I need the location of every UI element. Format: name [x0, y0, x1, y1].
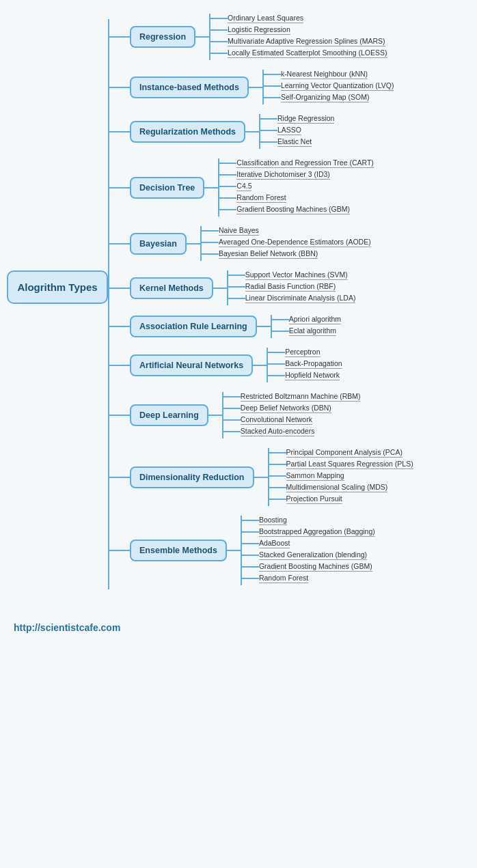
list-item: Radial Basis Function (RBF)	[228, 282, 356, 292]
item-label: Random Forest	[236, 193, 286, 203]
items-col-ensemble: BoostingBootstrapped Aggregation (Baggin…	[242, 516, 375, 585]
category-box-deep-learning: Deep Learning	[130, 404, 208, 426]
item-label: Ordinary Least Squares	[228, 14, 303, 23]
item-connector-line	[268, 375, 285, 376]
items-vline-kernel: Support Vector Machines (SVM)Radial Basi…	[227, 270, 356, 305]
hline-right-regression	[195, 36, 209, 38]
item-label: Gradient Boosting Machines (GBM)	[259, 562, 372, 572]
item-connector-line	[210, 53, 228, 54]
item-label: Multivariate Adaptive Regression Splines…	[228, 37, 385, 46]
list-item: Multidimensional Scaling (MDS)	[269, 483, 413, 492]
item-connector-line	[269, 464, 286, 465]
item-connector-line	[260, 118, 277, 120]
hline-left-ensemble	[109, 550, 130, 551]
hline-right-association	[257, 326, 271, 327]
section-kernel: Kernel MethodsSupport Vector Machines (S…	[109, 270, 474, 305]
sections-container: RegressionOrdinary Least SquaresLogistic…	[109, 14, 474, 595]
item-connector-line	[219, 186, 236, 187]
item-connector-line	[269, 499, 286, 500]
section-ann: Artificial Neural NetworksPerceptronBack…	[109, 348, 474, 382]
item-label: Self-Organizing Map (SOM)	[281, 93, 370, 102]
category-box-ann: Artificial Neural Networks	[130, 354, 253, 376]
list-item: Multivariate Adaptive Regression Splines…	[210, 37, 387, 46]
list-item: Projection Pursuit	[269, 494, 413, 504]
item-label: Support Vector Machines (SVM)	[245, 270, 348, 280]
item-connector-line	[219, 174, 236, 176]
item-label: Random Forest	[259, 574, 308, 583]
list-item: Back-Propagation	[268, 359, 342, 369]
hline-right-kernel	[213, 288, 227, 289]
item-label: Hopfield Network	[285, 371, 340, 380]
items-vline-ann: PerceptronBack-PropagationHopfield Netwo…	[267, 348, 342, 382]
item-connector-line	[269, 475, 286, 477]
list-item: Support Vector Machines (SVM)	[228, 270, 356, 280]
item-connector-line	[268, 352, 285, 353]
hline-left-instance-based	[109, 87, 130, 88]
item-connector-line	[242, 520, 259, 521]
item-label: Stacked Auto-encoders	[241, 427, 315, 436]
items-col-kernel: Support Vector Machines (SVM)Radial Basi…	[228, 270, 356, 305]
hline-left-ann	[109, 365, 130, 366]
items-col-deep-learning: Restricted Boltzmann Machine (RBM)Deep B…	[223, 392, 361, 438]
item-label: k-Nearest Neighbour (kNN)	[281, 70, 368, 79]
items-vline-instance-based: k-Nearest Neighbour (kNN)Learning Vector…	[262, 70, 394, 104]
category-box-ensemble: Ensemble Methods	[130, 540, 227, 561]
list-item: Random Forest	[219, 193, 374, 203]
list-item: Elastic Net	[260, 137, 334, 147]
hline-right-dimensionality	[254, 477, 268, 478]
item-label: Multidimensional Scaling (MDS)	[286, 483, 388, 492]
item-connector-line	[272, 319, 289, 320]
item-connector-line	[223, 396, 241, 397]
list-item: Restricted Boltzmann Machine (RBM)	[223, 392, 361, 402]
list-item: Principal Component Analysis (PCA)	[269, 448, 413, 458]
hline-left-decision-tree	[109, 187, 130, 188]
hline-right-decision-tree	[204, 187, 218, 188]
item-connector-line	[268, 363, 285, 365]
item-label: Locally Estimated Scatterplot Smoothing …	[228, 48, 387, 58]
item-label: Elastic Net	[277, 137, 312, 147]
item-label: Apriori algorithm	[289, 315, 341, 324]
item-label: Boosting	[259, 516, 287, 525]
category-box-association: Association Rule Learning	[130, 316, 257, 337]
item-label: Ridge Regression	[277, 114, 334, 124]
list-item: k-Nearest Neighbour (kNN)	[264, 70, 394, 79]
item-connector-line	[223, 431, 241, 432]
section-bayesian: BayesianNaive BayesAveraged One-Dependen…	[109, 226, 474, 261]
items-col-instance-based: k-Nearest Neighbour (kNN)Learning Vector…	[264, 70, 394, 104]
list-item: Deep Belief Networks (DBN)	[223, 404, 361, 413]
item-connector-line	[242, 555, 259, 556]
list-item: Bayesian Belief Network (BBN)	[202, 249, 371, 259]
item-connector-line	[228, 298, 245, 299]
items-vline-deep-learning: Restricted Boltzmann Machine (RBM)Deep B…	[222, 392, 361, 438]
item-label: Iterative Dichotomiser 3 (ID3)	[236, 170, 330, 180]
item-label: Restricted Boltzmann Machine (RBM)	[241, 392, 361, 402]
list-item: Ridge Regression	[260, 114, 334, 124]
items-vline-bayesian: Naive BayesAveraged One-Dependence Estim…	[200, 226, 371, 261]
item-connector-line	[242, 543, 259, 544]
item-label: Projection Pursuit	[286, 494, 342, 504]
item-label: Sammon Mapping	[286, 471, 344, 481]
section-regression: RegressionOrdinary Least SquaresLogistic…	[109, 14, 474, 60]
item-connector-line	[264, 74, 281, 75]
hline-left-kernel	[109, 288, 130, 289]
list-item: Stacked Auto-encoders	[223, 427, 361, 436]
hline-right-bayesian	[187, 243, 200, 244]
item-label: Linear Discriminate Analysis (LDA)	[245, 294, 356, 303]
list-item: C4.5	[219, 182, 374, 191]
list-item: Convolutional Network	[223, 415, 361, 425]
items-vline-regression: Ordinary Least SquaresLogistic Regressio…	[209, 14, 387, 60]
item-label: Logistic Regression	[228, 25, 290, 35]
item-connector-line	[228, 275, 245, 276]
main-title-box: Alogrithm Types	[7, 270, 108, 304]
items-vline-association: Apriori algorithmEclat algorithm	[271, 315, 341, 338]
url-footer[interactable]: http://scientistcafe.com	[0, 615, 477, 640]
item-connector-line	[202, 242, 219, 243]
items-col-dimensionality: Principal Component Analysis (PCA)Partia…	[269, 448, 413, 506]
item-label: Partial Least Squares Regression (PLS)	[286, 460, 413, 469]
hline-left-regression	[109, 36, 130, 38]
item-label: Averaged One-Dependence Estimators (AODE…	[219, 238, 371, 247]
list-item: Random Forest	[242, 574, 375, 583]
list-item: Apriori algorithm	[272, 315, 341, 324]
item-connector-line	[219, 163, 236, 164]
hline-right-ensemble	[227, 550, 241, 551]
